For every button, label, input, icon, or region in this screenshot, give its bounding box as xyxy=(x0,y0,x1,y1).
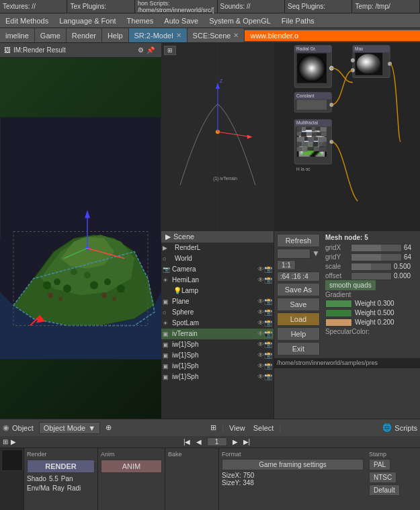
gradient-swatch-3[interactable] xyxy=(325,318,352,327)
tree-item-ivterrain[interactable]: ▣ ivTerrain 👁 📸 xyxy=(161,329,274,339)
gridy-slider[interactable] xyxy=(351,253,402,261)
tree-item-camera[interactable]: 📷 Camera 👁 📸 xyxy=(161,264,274,275)
play-fwd-btn[interactable]: ▶ xyxy=(233,438,238,445)
prev-frame-btn[interactable]: |◀ xyxy=(183,438,191,445)
tree-item-lamp-label: Lamp xyxy=(181,287,198,294)
sounds-path[interactable]: Sounds: // xyxy=(218,0,285,13)
menu-system-opengl[interactable]: System & OpenGL xyxy=(204,15,276,26)
tree-terrain-render[interactable]: 📸 xyxy=(264,330,272,337)
svg-point-18 xyxy=(112,297,116,301)
tab-render[interactable]: Render xyxy=(67,28,102,42)
viewport-grid-btn[interactable]: ⊞ xyxy=(164,46,176,55)
ntsc-button[interactable]: NTSC xyxy=(369,472,396,483)
tree-plane-vis[interactable]: 👁 xyxy=(257,298,264,305)
tree-item-plane[interactable]: ▣ Plane 👁 📸 xyxy=(161,296,274,307)
transform-icon[interactable]: ⊕ xyxy=(106,423,112,432)
gradient-swatch-2[interactable] xyxy=(325,309,352,317)
tree-hemi-vis[interactable]: 👁 xyxy=(257,276,264,284)
anim-button[interactable]: ANIM xyxy=(101,460,162,473)
tree-item-iw1sph-3[interactable]: ▣ iw{1}Sph 👁 📸 xyxy=(161,361,274,372)
tree-terrain-vis[interactable]: 👁 xyxy=(257,330,264,337)
node-editor[interactable]: Radial Gr. xyxy=(274,43,420,231)
svg-rect-73 xyxy=(317,132,322,136)
menu-edit-methods[interactable]: Edit Methods xyxy=(0,15,54,26)
tree-iw1-vis-2[interactable]: 👁 xyxy=(257,351,264,359)
bottom-tabs: ⊞ ▶ |◀ ◀ ▶ ▶| xyxy=(0,436,420,448)
render-button[interactable]: RENDER xyxy=(27,460,95,473)
tree-item-sphere[interactable]: ○ Sphere 👁 📸 xyxy=(161,307,274,318)
tree-iw1-vis-4[interactable]: 👁 xyxy=(257,373,264,380)
tab-sr2model-close[interactable]: ✕ xyxy=(176,32,181,39)
exit-button[interactable]: Exit xyxy=(277,342,320,355)
default-button[interactable]: Default xyxy=(369,484,400,496)
menu-language-font[interactable]: Language & Font xyxy=(54,15,121,26)
tree-iw1-render-4[interactable]: 📸 xyxy=(264,373,272,380)
scale-slider[interactable] xyxy=(351,263,392,271)
tab-sce-scene[interactable]: SCE:Scene ✕ xyxy=(187,28,245,42)
menu-auto-save[interactable]: Auto Save xyxy=(159,15,204,26)
tree-hemi-render[interactable]: 📸 xyxy=(264,276,272,284)
tree-sphere-vis[interactable]: 👁 xyxy=(257,308,264,316)
seq-plugins-path[interactable]: Seq Plugins: xyxy=(285,0,352,13)
refresh-button[interactable]: Refresh xyxy=(277,234,320,247)
tab-sr2model[interactable]: SR:2-Model ✕ xyxy=(129,28,187,42)
center-viewport[interactable]: (1) ivTerrain Z ⊞ xyxy=(161,43,274,231)
help-button[interactable]: Help xyxy=(277,327,320,341)
action-props-row: Refresh 1000 d ▼ 1:1 :64 :16 :4 Save As … xyxy=(274,231,420,358)
next-frame-btn[interactable]: ▶| xyxy=(243,438,251,445)
save-button[interactable]: Save xyxy=(277,298,320,311)
tab-sce-close[interactable]: ✕ xyxy=(233,32,239,39)
viewport-canvas[interactable] xyxy=(0,58,161,419)
tree-item-renderl[interactable]: ▶ RenderL xyxy=(161,243,274,253)
tree-iw1-render-2[interactable]: 📸 xyxy=(264,351,272,359)
tree-spot-render[interactable]: 📸 xyxy=(264,319,272,327)
play-back-btn[interactable]: ◀ xyxy=(196,438,202,445)
scripts-label[interactable]: Scripts xyxy=(394,424,417,432)
smooth-quads-btn[interactable]: smooth quads xyxy=(325,280,376,290)
tree-sphere-render[interactable]: 📸 xyxy=(264,308,272,316)
timeline-tab[interactable]: ▶ xyxy=(11,438,16,445)
tex-plugins-path[interactable]: Tex Plugins: xyxy=(67,0,134,13)
tree-item-spotlam[interactable]: ☀ SpotLam 👁 📸 xyxy=(161,318,274,329)
tree-item-world[interactable]: ○ World xyxy=(161,253,274,264)
tree-item-iw1sph-2[interactable]: ▣ iw{1}Sph 👁 📸 xyxy=(161,350,274,361)
scripts-icon[interactable]: 🌐 xyxy=(382,423,392,432)
game-framing-button[interactable]: Game framing settings xyxy=(222,459,364,470)
menu-themes[interactable]: Themes xyxy=(122,15,159,26)
temp-path[interactable]: Temp: /tmp/ xyxy=(352,0,419,13)
save-as-button[interactable]: Save As xyxy=(277,283,320,296)
outliner-title: Scene xyxy=(173,232,194,241)
tree-item-hemi[interactable]: ☀ HemiLan 👁 📸 xyxy=(161,275,274,286)
tree-item-lamp[interactable]: 💡 Lamp xyxy=(161,286,274,296)
textures-path[interactable]: Textures: // xyxy=(0,0,67,13)
tab-timeline[interactable]: imeline xyxy=(0,28,35,42)
tree-vis-icon[interactable]: 👁 xyxy=(257,265,264,273)
tree-iw1-vis-1[interactable]: 👁 xyxy=(257,341,264,348)
tree-spot-vis[interactable]: 👁 xyxy=(257,319,264,327)
object-mode-selector[interactable]: Object Mode ▼ xyxy=(39,422,100,434)
offset-slider[interactable] xyxy=(351,272,392,280)
scripts-path[interactable]: hon Scripts: /home/strom/innerworld/src/… xyxy=(135,0,218,13)
tree-render-icon[interactable]: 📸 xyxy=(264,265,272,273)
time-dropdown-icon[interactable]: ▼ xyxy=(312,249,320,259)
viewport-pin-icon[interactable]: 📌 xyxy=(146,46,155,54)
tree-item-iw1sph-4[interactable]: ▣ iw{1}Sph 👁 📸 xyxy=(161,372,274,382)
load-button[interactable]: Load xyxy=(277,312,320,326)
frame-input[interactable] xyxy=(207,437,227,446)
tree-iw1-vis-3[interactable]: 👁 xyxy=(257,362,264,370)
gridx-slider[interactable] xyxy=(351,244,402,252)
url-bar[interactable]: www.blender.o xyxy=(245,30,420,41)
gradient-swatch-1[interactable] xyxy=(325,300,352,308)
time-value-input[interactable]: 1000 d xyxy=(277,249,310,259)
tab-game[interactable]: Game xyxy=(35,28,67,42)
select-label[interactable]: Select xyxy=(253,424,274,432)
tree-plane-render[interactable]: 📸 xyxy=(264,298,272,305)
tab-help[interactable]: Help xyxy=(102,28,129,42)
tree-iw1-render-3[interactable]: 📸 xyxy=(264,362,272,370)
viewport-settings-icon[interactable]: ⚙ xyxy=(138,46,144,54)
pal-button[interactable]: PAL xyxy=(369,459,390,470)
tree-iw1-render-1[interactable]: 📸 xyxy=(264,341,272,348)
tree-item-iw1sph-1[interactable]: ▣ iw{1}Sph 👁 📸 xyxy=(161,339,274,350)
menu-file-paths[interactable]: File Paths xyxy=(276,15,320,26)
view-label[interactable]: View xyxy=(229,424,245,432)
